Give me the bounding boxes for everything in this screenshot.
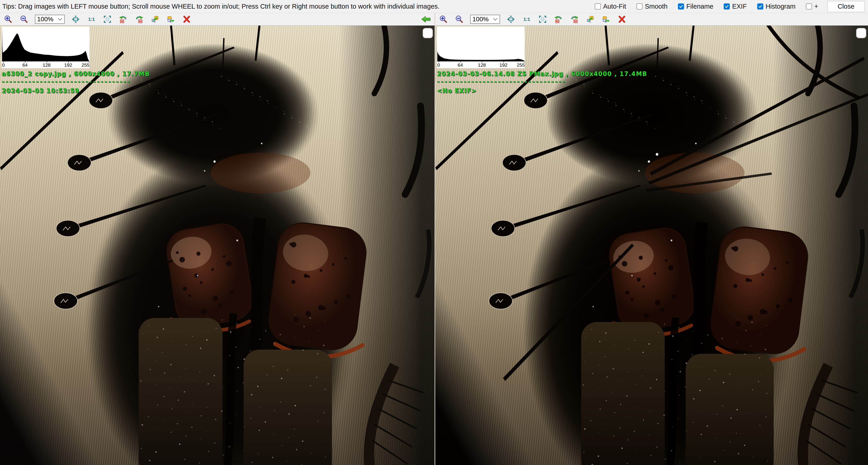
checkbox-checked-icon [724,3,730,9]
zoom-out-icon [20,15,28,24]
close-image-x-icon [182,15,191,24]
tips-text: Tips: Drag images with LEFT mouse button… [2,3,439,10]
actual-size-label: 1:1 [524,17,530,22]
checkbox-exif[interactable]: EXIF [724,3,747,10]
tick-label: 0 [437,62,440,68]
compare-images-window: Tips: Drag images with LEFT mouse button… [0,0,868,465]
fit-to-window-button[interactable] [71,14,81,25]
zoom-level-value: 100% [37,16,58,23]
checkbox-checked-icon [757,3,763,9]
checkbox-label: Histogram [766,3,796,10]
separator-dashes: ---------------------------------- [437,79,647,84]
checkbox-plus[interactable]: + [806,3,818,10]
checkbox-checked-icon [678,3,684,9]
exif-text: 2024-03-03 10:53:59 [2,88,150,94]
close-image-button[interactable] [182,14,192,25]
checkbox-unchecked-box [806,3,812,9]
actual-size-button[interactable]: 1:1 [87,14,96,25]
zoom-out-icon [455,15,464,24]
zoom-out-button[interactable] [454,14,464,25]
corner-widget-button-left[interactable] [423,28,433,38]
histogram-right-plot [437,27,525,61]
copy-image-diagonal-icon [151,15,159,24]
zoom-level-select[interactable]: 100% [470,15,500,24]
image-info-right: 2024-03-03-06.14.08 ZS PMax.jpg , 6000x4… [437,70,647,94]
rotate-right-90-icon: 90 [135,15,144,24]
copy-image-right-icon [602,15,610,24]
rotate-right-button[interactable]: 90 [569,14,579,25]
green-left-arrow-icon [421,15,431,24]
checkbox-label: Smooth [645,3,668,10]
copy-image-right-button[interactable] [601,14,611,25]
chevron-down-icon [493,18,498,21]
rotate-left-button[interactable]: 90 [118,14,128,25]
tick-label: 255 [517,62,525,68]
exif-text: <No EXIF> [437,88,647,94]
histogram-right: 064128192255 [437,27,525,68]
zoom-out-button[interactable] [19,14,29,25]
fit-to-window-icon [507,15,515,24]
corner-widget-button-right[interactable] [856,28,866,38]
tick-label: 0 [2,62,5,68]
toolbar-right: 100% 1:1 90 [435,13,868,26]
checkbox-label: Filename [686,3,713,10]
checkbox-auto-fit[interactable]: Auto-Fit [595,3,626,10]
tick-label: 128 [478,62,486,68]
zoom-in-button[interactable] [3,14,13,25]
fit-to-window-button[interactable] [506,14,516,25]
rotate-badge: 90 [556,20,559,23]
zoom-level-select[interactable]: 100% [35,15,65,24]
actual-size-1-1-icon: 1:1 [87,15,96,24]
main-area: 100% 1:1 90 [0,13,868,465]
checkbox-label: EXIF [732,3,747,10]
rotate-right-button[interactable]: 90 [134,14,144,25]
copy-image-right-icon [166,15,175,24]
full-screen-button[interactable] [538,14,548,25]
filename-text: a6300_2 copy.jpg , 6000x4000 , 17.7MB [2,70,150,77]
tick-label: 255 [82,62,90,68]
rotate-right-90-icon: 90 [570,15,579,24]
tick-label: 64 [23,62,28,68]
chevron-down-icon [58,18,63,21]
full-screen-icon [538,15,547,24]
view-options-group: Auto-FitSmoothFilenameEXIFHistogram+ [595,3,818,10]
full-screen-button[interactable] [102,14,113,25]
copy-image-diagonal-button[interactable] [585,14,595,25]
tick-label: 128 [42,62,51,68]
swap-to-left-arrow-button[interactable] [421,14,431,25]
image-info-left: a6300_2 copy.jpg , 6000x4000 , 17.7MB --… [2,70,150,94]
histogram-left-plot [2,27,89,61]
close-image-x-icon [618,15,626,24]
fit-to-window-icon [71,15,80,24]
checkbox-label: Auto-Fit [603,3,626,10]
zoom-in-icon [4,15,12,24]
toolbar-left: 100% 1:1 90 [0,13,435,26]
checkbox-unchecked-box [637,3,643,9]
close-image-button[interactable] [617,14,627,25]
image-panel-right: 064128192255 2024-03-03-06.14.08 ZS PMax… [435,26,868,465]
zoom-in-icon [439,15,448,24]
rotate-badge: 90 [139,20,142,23]
copy-image-right-button[interactable] [166,14,176,25]
rotate-left-90-icon: 90 [119,15,128,24]
histogram-right-axis: 064128192255 [437,62,525,68]
rotate-left-button[interactable]: 90 [554,14,563,25]
close-button[interactable]: Close [827,1,865,12]
checkbox-smooth[interactable]: Smooth [637,3,668,10]
copy-image-diagonal-icon [586,15,594,24]
zoom-in-button[interactable] [438,14,448,25]
histogram-left-axis: 064128192255 [2,62,90,68]
rotate-left-90-icon: 90 [554,15,563,24]
checkbox-filename[interactable]: Filename [678,3,713,10]
rotate-badge: 90 [121,20,123,23]
histogram-left: 064128192255 [2,27,90,68]
copy-image-diagonal-button[interactable] [150,14,160,25]
tick-label: 192 [64,62,72,68]
filename-text: 2024-03-03-06.14.08 ZS PMax.jpg , 6000x4… [437,70,647,77]
checkbox-histogram[interactable]: Histogram [757,3,796,10]
actual-size-button[interactable]: 1:1 [522,14,532,25]
tick-label: 192 [500,62,507,68]
separator-dashes: ---------------------------------- [2,79,150,84]
actual-size-label: 1:1 [88,17,95,22]
zoom-level-value: 100% [472,16,493,23]
